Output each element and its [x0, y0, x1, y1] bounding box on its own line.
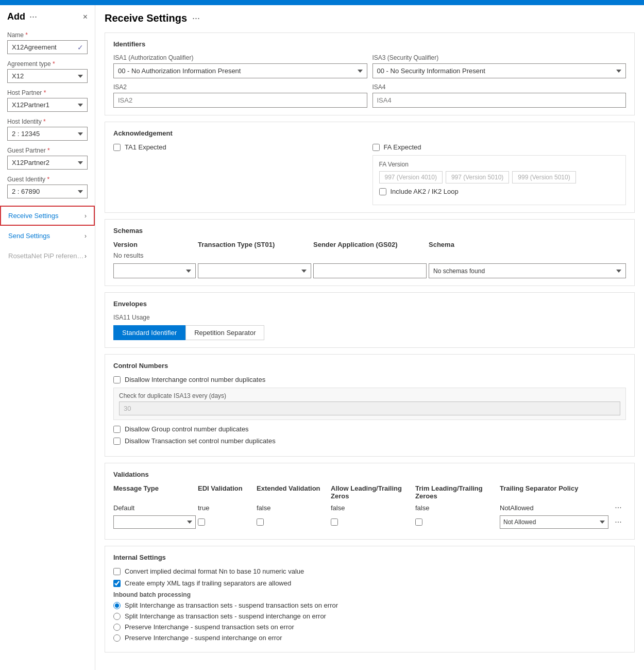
- include-ak2-label: Include AK2 / IK2 Loop: [391, 188, 459, 195]
- duplicate-check-input[interactable]: [119, 401, 620, 415]
- envelopes-section: Envelopes ISA11 Usage Standard Identifie…: [105, 292, 635, 348]
- convert-decimal-checkbox[interactable]: [113, 568, 121, 575]
- schema-type-select[interactable]: [198, 263, 311, 278]
- acknowledgement-title: Acknowledgement: [113, 129, 626, 137]
- close-button[interactable]: ×: [83, 12, 88, 22]
- envelopes-title: Envelopes: [113, 300, 626, 308]
- duplicate-check-box: Check for duplicate ISA13 every (days): [113, 388, 626, 420]
- top-bar: [0, 0, 644, 5]
- radio-4[interactable]: [113, 634, 121, 642]
- sidebar-item-receive-settings[interactable]: Receive Settings ›: [0, 206, 95, 226]
- isa1-field: ISA1 (Authorization Qualifier) 00 - No A…: [113, 54, 367, 78]
- sidebar-item-send-settings[interactable]: Send Settings ›: [0, 226, 95, 246]
- val-input-row: Not Allowed Optional Mandatory ···: [113, 515, 626, 529]
- guest-partner-select[interactable]: X12Partner2: [7, 156, 88, 170]
- identifiers-grid: ISA1 (Authorization Qualifier) 00 - No A…: [113, 54, 626, 108]
- val-edi-checkbox[interactable]: [198, 518, 205, 526]
- schema-sender-input[interactable]: [313, 263, 427, 278]
- radio-row-2: Split Interchange as transaction sets - …: [113, 612, 626, 620]
- isa3-field: ISA3 (Security Qualifier) 00 - No Securi…: [372, 54, 626, 78]
- val-col-msg: Message Type: [113, 484, 196, 500]
- host-partner-select[interactable]: X12Partner1: [7, 98, 88, 112]
- main-content: Receive Settings ··· Identifiers ISA1 (A…: [95, 5, 644, 670]
- val-default-more-btn[interactable]: ···: [611, 503, 626, 512]
- guest-identity-field: Guest Identity * 2 : 67890: [0, 173, 95, 202]
- sidebar-item-rosettanet[interactable]: RosettaNet PiP referen… ›: [0, 246, 95, 266]
- isa2-label: ISA2: [113, 83, 367, 91]
- receive-settings-label: Receive Settings: [8, 212, 59, 220]
- val-trim-checkbox[interactable]: [415, 518, 422, 526]
- val-default-sep: NotAllowed: [500, 504, 608, 512]
- fa-version-label: FA Version: [379, 161, 620, 168]
- radio-label-4: Preserve Interchange - suspend interchan…: [125, 634, 282, 642]
- sidebar-header: Add ··· ×: [0, 11, 95, 28]
- ta1-label: TA1 Expected: [125, 143, 166, 151]
- convert-decimal-label: Convert implied decimal format Nn to bas…: [125, 567, 304, 575]
- radio-2[interactable]: [113, 613, 121, 620]
- host-identity-select[interactable]: 2 : 12345: [7, 127, 88, 141]
- val-input-more-btn[interactable]: ···: [611, 517, 626, 527]
- isa4-label: ISA4: [372, 83, 626, 91]
- isa1-label: ISA1 (Authorization Qualifier): [113, 54, 367, 61]
- agreement-type-select[interactable]: X12: [7, 69, 88, 83]
- group-dup-checkbox[interactable]: [113, 426, 121, 433]
- fa-version-4010[interactable]: 997 (Version 4010): [379, 171, 443, 183]
- page-title: Receive Settings: [105, 12, 187, 24]
- identifiers-title: Identifiers: [113, 40, 626, 48]
- schemas-col-sender: Sender Application (GS02): [313, 241, 427, 248]
- val-col-ext: Extended Validation: [257, 484, 329, 500]
- main-more-icon[interactable]: ···: [192, 13, 200, 24]
- sidebar-title: Add: [7, 11, 25, 22]
- guest-partner-field: Guest Partner * X12Partner2: [0, 144, 95, 173]
- sidebar-more-icon[interactable]: ···: [29, 11, 37, 22]
- isa2-input[interactable]: [113, 93, 367, 108]
- include-ak2-checkbox[interactable]: [379, 188, 386, 195]
- create-xml-tags-checkbox[interactable]: [113, 580, 121, 587]
- standard-identifier-btn[interactable]: Standard Identifier: [113, 325, 185, 340]
- name-input[interactable]: [7, 40, 88, 54]
- interchange-dup-checkbox[interactable]: [113, 376, 121, 383]
- isa2-field: ISA2: [113, 83, 367, 108]
- schemas-input-row: No schemas found: [113, 263, 626, 278]
- create-xml-tags-row: Create empty XML tags if trailing separa…: [113, 579, 626, 587]
- fa-version-5010-997[interactable]: 997 (Version 5010): [446, 171, 509, 183]
- val-default-ext: false: [257, 504, 329, 512]
- radio-label-1: Split Interchange as transaction sets - …: [125, 601, 338, 609]
- transaction-dup-checkbox[interactable]: [113, 438, 121, 445]
- schema-version-select[interactable]: [113, 263, 196, 278]
- isa3-select[interactable]: 00 - No Security Information Present: [372, 63, 626, 78]
- fa-checkbox[interactable]: [372, 144, 380, 151]
- create-xml-tags-label: Create empty XML tags if trailing separa…: [125, 579, 291, 587]
- host-partner-field: Host Partner * X12Partner1: [0, 86, 95, 115]
- rosettanet-label: RosettaNet PiP referen…: [8, 252, 83, 260]
- fa-version-5010-999[interactable]: 999 (Version 5010): [512, 171, 575, 183]
- schemas-col-schema: Schema: [429, 241, 626, 248]
- schema-schema-select[interactable]: No schemas found: [429, 263, 626, 278]
- ta1-checkbox[interactable]: [113, 144, 121, 151]
- inbound-label: Inbound batch processing: [113, 591, 626, 598]
- radio-1[interactable]: [113, 602, 121, 609]
- ta1-checkbox-row: TA1 Expected: [113, 143, 367, 151]
- name-field: Name * ✓: [0, 28, 95, 57]
- val-zeros-checkbox[interactable]: [331, 518, 338, 526]
- val-ext-checkbox[interactable]: [257, 518, 264, 526]
- val-msg-select[interactable]: [113, 515, 196, 529]
- include-ak2-row: Include AK2 / IK2 Loop: [379, 188, 620, 195]
- val-default-edi: true: [198, 504, 255, 512]
- isa4-input[interactable]: [372, 93, 626, 108]
- isa1-select[interactable]: 00 - No Authorization Information Presen…: [113, 63, 367, 78]
- internal-settings-section: Internal Settings Convert implied decima…: [105, 546, 635, 652]
- group-dup-label: Disallow Group control number duplicates: [125, 425, 249, 433]
- control-numbers-title: Control Numbers: [113, 362, 626, 370]
- radio-label-3: Preserve Interchange - suspend transacti…: [125, 623, 294, 631]
- schemas-col-type: Transaction Type (ST01): [198, 241, 311, 248]
- guest-identity-select[interactable]: 2 : 67890: [7, 185, 88, 198]
- app-container: Add ··· × Name * ✓ Agreement type * X12: [0, 5, 644, 670]
- schemas-section: Schemas Version Transaction Type (ST01) …: [105, 219, 635, 286]
- validations-header: Message Type EDI Validation Extended Val…: [113, 484, 626, 500]
- radio-3[interactable]: [113, 624, 121, 631]
- transaction-dup-label: Disallow Transaction set control number …: [125, 437, 276, 445]
- chevron-right-icon: ›: [84, 212, 87, 220]
- repetition-separator-btn[interactable]: Repetition Separator: [185, 325, 264, 340]
- val-sep-select[interactable]: Not Allowed Optional Mandatory: [500, 515, 608, 529]
